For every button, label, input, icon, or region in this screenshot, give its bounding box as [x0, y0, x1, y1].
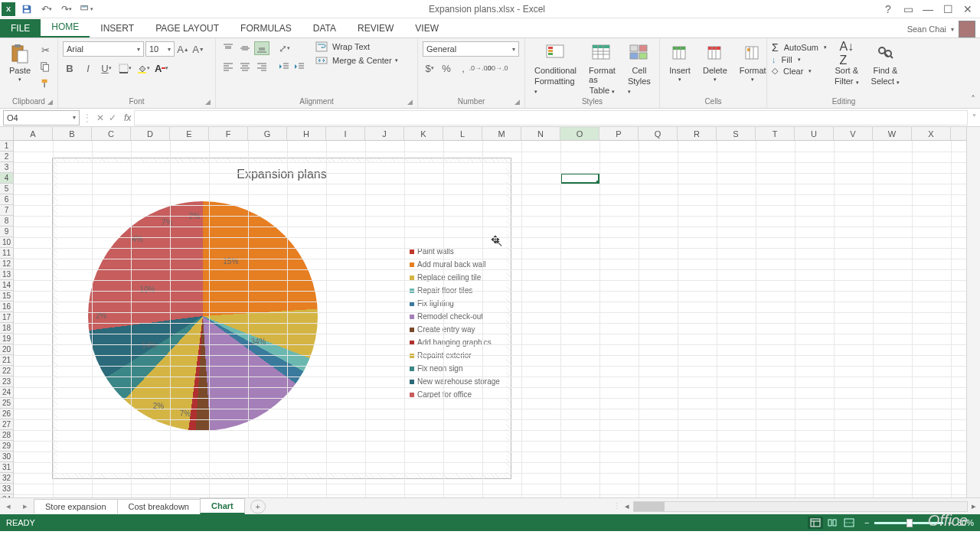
italic-icon[interactable]: I: [81, 61, 95, 75]
wrap-text-button[interactable]: Wrap Text: [315, 41, 398, 52]
fill-color-icon[interactable]: ▾: [136, 61, 150, 75]
ribbon-display-icon[interactable]: ▭: [899, 2, 917, 17]
maximize-icon[interactable]: ☐: [939, 2, 957, 17]
number-dialog-icon[interactable]: ◢: [514, 98, 520, 106]
redo-icon[interactable]: ↷▾: [58, 1, 75, 18]
active-cell[interactable]: [560, 173, 599, 184]
select-all-triangle[interactable]: [0, 127, 14, 141]
name-box[interactable]: O4▾: [3, 110, 80, 126]
sort-filter-button[interactable]: A↓ZSort &Filter ▾: [830, 41, 864, 87]
page-layout-tab[interactable]: PAGE LAYOUT: [145, 19, 230, 37]
sheet-tab-store[interactable]: Store expansion: [34, 499, 118, 514]
align-top-icon[interactable]: [220, 41, 236, 55]
legend-item[interactable]: Fix lighting: [410, 299, 500, 308]
enter-formula-icon[interactable]: ✓: [109, 112, 116, 123]
save-icon[interactable]: [18, 1, 35, 18]
clipboard-dialog-icon[interactable]: ◢: [47, 98, 53, 106]
fx-icon[interactable]: fx: [121, 112, 134, 123]
fill-button[interactable]: ↓ Fill ▾: [772, 55, 827, 64]
font-size-combo[interactable]: 10▾: [145, 41, 175, 57]
format-painter-icon[interactable]: [38, 77, 52, 90]
view-tab[interactable]: VIEW: [404, 19, 449, 37]
zoom-level[interactable]: 80%: [957, 518, 974, 527]
zoom-slider[interactable]: [874, 522, 943, 524]
delete-cells-button[interactable]: Delete▾: [698, 41, 732, 84]
new-sheet-button[interactable]: +: [250, 500, 266, 514]
zoom-in-button[interactable]: +: [948, 518, 952, 527]
zoom-out-button[interactable]: −: [864, 518, 869, 527]
align-center-icon[interactable]: [237, 60, 253, 73]
paste-button[interactable]: Paste▾: [5, 41, 35, 84]
minimize-icon[interactable]: —: [919, 2, 937, 17]
cell-styles-button[interactable]: CellStyles ▾: [623, 41, 655, 96]
legend-item[interactable]: Remodel check-out: [410, 312, 500, 321]
format-as-table-button[interactable]: Format asTable ▾: [584, 41, 620, 96]
hscroll-thumb[interactable]: [634, 502, 665, 511]
comma-format-icon[interactable]: ,: [456, 61, 470, 75]
bold-icon[interactable]: B: [63, 61, 77, 75]
file-tab[interactable]: FILE: [0, 19, 41, 37]
increase-font-icon[interactable]: A▲: [176, 42, 190, 56]
insert-tab[interactable]: INSERT: [90, 19, 145, 37]
formulas-tab[interactable]: FORMULAS: [230, 19, 302, 37]
legend-item[interactable]: Add hanging graphics: [410, 338, 500, 347]
close-icon[interactable]: ✕: [959, 2, 977, 17]
align-bottom-icon[interactable]: [254, 41, 270, 55]
page-break-view-icon[interactable]: [841, 517, 857, 529]
orientation-icon[interactable]: ⤢▾: [277, 41, 291, 55]
legend-item[interactable]: Create entry way: [410, 325, 500, 334]
column-headers[interactable]: ABCDEFGHIJKLMNOPQRSTUVWX: [14, 127, 966, 141]
conditional-formatting-button[interactable]: ConditionalFormatting ▾: [530, 41, 581, 96]
formula-bar-input[interactable]: [134, 110, 968, 126]
find-select-button[interactable]: Find &Select ▾: [867, 41, 905, 87]
sheet-tab-cost[interactable]: Cost breakdown: [117, 499, 201, 514]
review-tab[interactable]: REVIEW: [347, 19, 404, 37]
chart-title[interactable]: Expansion plans: [57, 163, 506, 181]
format-cells-button[interactable]: Format▾: [735, 41, 771, 84]
number-format-combo[interactable]: General▾: [423, 41, 519, 57]
accounting-format-icon[interactable]: $▾: [423, 61, 436, 75]
vertical-scrollbar[interactable]: [966, 127, 980, 497]
increase-indent-icon[interactable]: [292, 60, 306, 73]
autosum-button[interactable]: Σ AutoSum ▾: [772, 41, 827, 54]
font-dialog-icon[interactable]: ◢: [205, 98, 211, 106]
clear-button[interactable]: ◇ Clear ▾: [772, 66, 827, 76]
collapse-ribbon-icon[interactable]: ˄: [971, 94, 975, 105]
data-tab[interactable]: DATA: [302, 19, 347, 37]
copy-icon[interactable]: [38, 60, 52, 73]
decrease-font-icon[interactable]: A▼: [191, 42, 205, 56]
undo-icon[interactable]: ↶▾: [38, 1, 55, 18]
font-color-icon[interactable]: A▾: [155, 61, 168, 75]
pie-chart[interactable]: [88, 201, 318, 431]
insert-cells-button[interactable]: Insert▾: [665, 41, 695, 84]
align-left-icon[interactable]: [220, 60, 236, 73]
alignment-dialog-icon[interactable]: ◢: [407, 98, 413, 106]
font-name-combo[interactable]: Arial▾: [63, 41, 144, 57]
worksheet-cells[interactable]: Expansion plans 15%34%7%2%14%2%10%4%7%2%…: [14, 141, 966, 497]
decrease-indent-icon[interactable]: [277, 60, 291, 73]
page-layout-view-icon[interactable]: [825, 517, 840, 529]
align-right-icon[interactable]: [254, 60, 270, 73]
expand-formula-icon[interactable]: ˅: [968, 113, 980, 122]
embedded-chart[interactable]: Expansion plans 15%34%7%2%14%2%10%4%7%2%…: [52, 158, 511, 479]
row-headers[interactable]: 1234567891011121314151617181920212223242…: [0, 141, 14, 497]
sheet-nav-next[interactable]: ▸: [17, 501, 34, 511]
legend-item[interactable]: New warehouse storage: [410, 377, 500, 386]
border-icon[interactable]: ▾: [118, 61, 132, 75]
merge-center-button[interactable]: Merge & Center▾: [315, 55, 398, 66]
increase-decimal-icon[interactable]: .0→.00: [473, 61, 487, 75]
decrease-decimal-icon[interactable]: .00→.0: [490, 61, 504, 75]
cut-icon[interactable]: ✂: [38, 43, 52, 57]
legend-item[interactable]: Add mural back wall: [410, 260, 500, 269]
qat-customize-icon[interactable]: ▾: [78, 1, 95, 18]
help-icon[interactable]: ?: [879, 2, 897, 17]
percent-format-icon[interactable]: %: [439, 61, 453, 75]
cancel-formula-icon[interactable]: ✕: [96, 112, 104, 123]
underline-icon[interactable]: U▾: [100, 61, 113, 75]
align-middle-icon[interactable]: [237, 41, 253, 55]
horizontal-scrollbar[interactable]: ⋮ ◂ ▸: [612, 501, 980, 512]
user-name[interactable]: Sean Chai: [907, 24, 946, 34]
user-avatar[interactable]: [959, 21, 975, 37]
sheet-tab-chart[interactable]: Chart: [200, 498, 245, 514]
home-tab[interactable]: HOME: [41, 18, 90, 37]
